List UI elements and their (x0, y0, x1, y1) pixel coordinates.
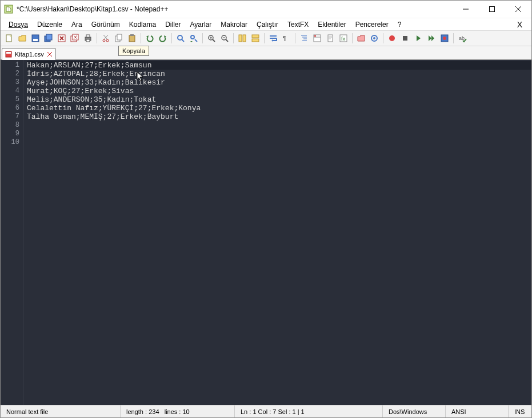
cut-icon[interactable] (99, 32, 112, 45)
copy-icon[interactable] (113, 32, 125, 45)
monitor-icon[interactable] (368, 32, 381, 45)
find-icon[interactable] (174, 32, 187, 45)
play-multi-icon[interactable] (425, 32, 438, 45)
paste-icon[interactable] (126, 32, 138, 45)
menu-makrolar[interactable]: Makrolar (216, 19, 252, 30)
code-line[interactable]: Ayşe;JOHNSON;33;Kadın;Balıkesir (27, 78, 531, 87)
toolbar-separator (97, 33, 97, 43)
toolbar-separator (202, 33, 203, 43)
stop-icon[interactable] (399, 32, 411, 45)
window-controls (453, 1, 531, 18)
maximize-button[interactable] (479, 1, 505, 18)
status-eol: Dos\Windows (383, 405, 446, 417)
status-length: length : 234 lines : 10 (121, 405, 235, 417)
menu-ara[interactable]: Ara (67, 19, 87, 30)
menubar: Dosya Düzenle Ara Görünüm Kodlama Diller… (1, 18, 531, 30)
svg-line-29 (182, 39, 184, 42)
code-line[interactable]: Melis;ANDERSON;35;Kadın;Tokat (27, 95, 531, 104)
open-file-icon[interactable] (16, 32, 29, 45)
code-line[interactable]: Talha Osman;MEMİŞ;27;Erkek;Bayburt (27, 112, 531, 121)
statusbar: Normal text file length : 234 lines : 10… (1, 405, 531, 417)
save-macro-icon[interactable] (438, 32, 451, 45)
menu-gorunum[interactable]: Görünüm (87, 19, 125, 30)
line-number: 8 (1, 121, 19, 130)
line-number: 6 (1, 104, 19, 112)
tab-close-button[interactable] (46, 51, 53, 58)
svg-point-60 (389, 35, 395, 41)
menu-kodlama[interactable]: Kodlama (125, 19, 161, 30)
svg-rect-27 (130, 34, 134, 36)
status-encoding: ANSI (446, 405, 509, 417)
code-line[interactable] (27, 121, 531, 130)
svg-point-28 (178, 35, 182, 40)
folder-icon[interactable] (355, 32, 367, 45)
line-number: 5 (1, 95, 19, 104)
func-list-icon[interactable]: fx (337, 32, 350, 45)
svg-point-63 (443, 37, 446, 40)
code-line[interactable]: Hakan;ARSLAN;27;Erkek;Samsun (27, 61, 531, 70)
svg-rect-7 (33, 39, 38, 41)
menu-help[interactable]: ? (393, 19, 406, 30)
menu-dosya[interactable]: Dosya (4, 19, 33, 30)
svg-rect-51 (314, 35, 316, 37)
svg-rect-18 (86, 35, 90, 37)
play-icon[interactable] (412, 32, 425, 45)
close-icon[interactable] (55, 32, 68, 45)
undo-icon[interactable] (143, 32, 156, 45)
minimize-button[interactable] (453, 1, 479, 18)
sync-h-icon[interactable] (249, 32, 262, 45)
zoom-in-icon[interactable] (205, 32, 218, 45)
code-line[interactable]: Murat;KOÇ;27;Erkek;Sivas (27, 87, 531, 95)
all-chars-icon[interactable]: ¶ (280, 32, 293, 45)
toolbar: ¶fxabKopyala (1, 30, 531, 46)
editor[interactable]: 12345678910 Hakan;ARSLAN;27;Erkek;Samsun… (1, 60, 531, 405)
toolbar-separator (233, 33, 234, 43)
menu-pencereler[interactable]: Pencereler (351, 19, 393, 30)
code-line[interactable] (27, 138, 531, 147)
sync-v-icon[interactable] (236, 32, 249, 45)
code-line[interactable] (27, 130, 531, 138)
titlebar: *C:\Users\Hakan\Desktop\Kitap1.csv - Not… (1, 1, 531, 18)
menu-ayarlar[interactable]: Ayarlar (185, 19, 216, 30)
print-icon[interactable] (82, 32, 94, 45)
svg-rect-66 (6, 52, 11, 54)
record-icon[interactable] (386, 32, 398, 45)
svg-rect-40 (252, 35, 259, 38)
indent-guide-icon[interactable] (298, 32, 310, 45)
svg-text:fx: fx (341, 36, 346, 42)
toolbar-separator (295, 33, 295, 43)
new-file-icon[interactable] (3, 32, 15, 45)
menu-textfx[interactable]: TextFX (283, 19, 313, 30)
svg-rect-61 (403, 36, 407, 41)
close-button[interactable] (505, 1, 531, 18)
close-all-icon[interactable] (69, 32, 81, 45)
code-area[interactable]: Hakan;ARSLAN;27;Erkek;Samsunİdris;AZTOPA… (23, 60, 531, 405)
save-all-icon[interactable] (42, 32, 55, 45)
menu-diller[interactable]: Diller (161, 19, 185, 30)
tabbar: Kitap1.csv (1, 46, 531, 60)
menu-calistir[interactable]: Çalıştır (252, 19, 283, 30)
menu-eklentiler[interactable]: Eklentiler (313, 19, 350, 30)
app-window: *C:\Users\Hakan\Desktop\Kitap1.csv - Not… (0, 0, 532, 418)
mdi-close-button[interactable]: X (511, 20, 528, 29)
zoom-out-icon[interactable] (218, 32, 231, 45)
svg-rect-9 (46, 34, 52, 40)
lang-panel-icon[interactable] (311, 32, 323, 45)
file-modified-icon (5, 50, 13, 58)
menu-duzenle[interactable]: Düzenle (33, 19, 67, 30)
tab-kitap1[interactable]: Kitap1.csv (2, 48, 56, 60)
doc-map-icon[interactable] (324, 32, 337, 45)
replace-icon[interactable] (187, 32, 200, 45)
wordwrap-icon[interactable] (267, 32, 279, 45)
toolbar-separator (264, 33, 265, 43)
code-line[interactable]: Celalettin Nafız;YÜREKÇİ;27;Erkek;Konya (27, 104, 531, 112)
save-icon[interactable] (29, 32, 42, 45)
spell-icon[interactable]: ab (456, 32, 469, 45)
svg-rect-25 (117, 34, 122, 40)
svg-rect-2 (490, 7, 495, 12)
line-number: 1 (1, 61, 19, 70)
svg-line-34 (213, 39, 215, 42)
code-line[interactable]: İdris;AZTOPAL;28;Erkek;Erzincan (27, 70, 531, 78)
redo-icon[interactable] (157, 32, 169, 45)
svg-rect-26 (129, 35, 135, 42)
